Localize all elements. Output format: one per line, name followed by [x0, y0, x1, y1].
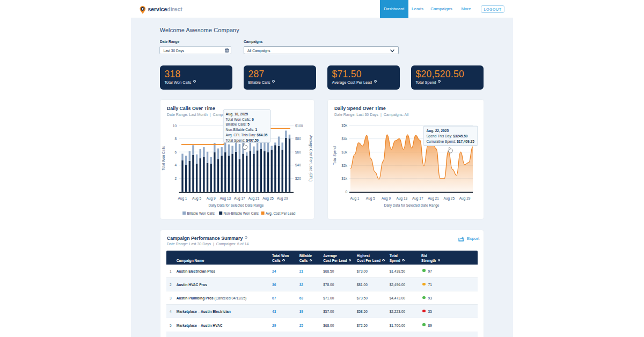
svg-text:Aug 29: Aug 29 — [459, 196, 471, 201]
svg-text:$3k: $3k — [342, 150, 348, 154]
svg-text:Daily Data for Selected Date R: Daily Data for Selected Date Range — [384, 203, 440, 208]
svg-text:Non-Billable Calls: 1: Non-Billable Calls: 1 — [226, 128, 258, 131]
svg-text:Aug 1: Aug 1 — [178, 196, 187, 201]
svg-text:8: 8 — [174, 137, 177, 141]
svg-text:Aug 25: Aug 25 — [443, 196, 455, 201]
svg-text:servicedirect: servicedirect — [148, 6, 183, 12]
svg-text:$5k: $5k — [342, 123, 348, 127]
svg-text:Aug 29: Aug 29 — [277, 196, 288, 201]
svg-text:Daily Data for Selected Date R: Daily Data for Selected Date Range — [209, 203, 264, 208]
svg-text:$80: $80 — [295, 137, 301, 141]
svg-text:Aug 9: Aug 9 — [207, 196, 216, 201]
svg-text:Avg. CPL This Day: $64.35: Avg. CPL This Day: $64.35 — [226, 133, 268, 137]
svg-text:Billable Won Calls: Billable Won Calls — [187, 211, 215, 215]
svg-text:Aug 17: Aug 17 — [412, 196, 423, 201]
svg-text:Aug 5: Aug 5 — [192, 196, 201, 201]
svg-text:Non-Billable Won Calls: Non-Billable Won Calls — [224, 211, 259, 215]
svg-text:Cumulative Spend: $17,409.25: Cumulative Spend: $17,409.25 — [427, 140, 475, 144]
svg-text:4: 4 — [174, 163, 177, 167]
svg-text:0: 0 — [345, 190, 347, 194]
svg-text:Daily Calls Over Time: Daily Calls Over Time — [167, 106, 215, 111]
svg-text:Aug 9: Aug 9 — [382, 196, 391, 201]
svg-text:Spend This Day: $3245.50: Spend This Day: $3245.50 — [427, 134, 468, 138]
svg-text:Date Range: Last 30 Days | C: Date Range: Last 30 Days | Campaigns: Al… — [334, 113, 409, 117]
svg-text:Average Cost Per Lead (CPL): Average Cost Per Lead (CPL) — [309, 135, 313, 181]
svg-text:$60: $60 — [295, 150, 301, 154]
svg-text:10: 10 — [173, 124, 177, 128]
svg-text:Avg. Cost Per Lead: Avg. Cost Per Lead — [266, 211, 296, 216]
svg-text:Aug 13: Aug 13 — [219, 196, 231, 201]
svg-text:Aug 21: Aug 21 — [248, 196, 260, 201]
svg-text:$4k: $4k — [342, 137, 348, 141]
svg-text:$2k: $2k — [342, 164, 348, 167]
svg-text:Aug. 18, 2025: Aug. 18, 2025 — [226, 112, 248, 116]
svg-text:Total Won Calls: 6: Total Won Calls: 6 — [226, 118, 254, 121]
svg-text:Total Spend: $497.50: Total Spend: $497.50 — [226, 138, 259, 143]
svg-text:Daily Spend Over Time: Daily Spend Over Time — [334, 106, 386, 111]
svg-text:6: 6 — [174, 150, 177, 154]
svg-text:2: 2 — [174, 177, 177, 180]
svg-text:Aug 5: Aug 5 — [366, 196, 375, 201]
svg-text:$40: $40 — [295, 163, 301, 167]
svg-text:Aug 1: Aug 1 — [350, 196, 360, 201]
svg-text:Aug 21: Aug 21 — [428, 196, 439, 201]
svg-text:$20: $20 — [295, 177, 301, 180]
svg-text:Aug 13: Aug 13 — [397, 196, 408, 201]
svg-text:Total Spend: Total Spend — [333, 146, 337, 165]
svg-text:Total Won Calls: Total Won Calls — [162, 146, 165, 171]
svg-text:$1k: $1k — [342, 177, 348, 180]
svg-text:$100: $100 — [295, 124, 303, 128]
svg-text:Aug. 22, 2025: Aug. 22, 2025 — [427, 129, 449, 133]
svg-text:Aug 17: Aug 17 — [234, 196, 245, 201]
svg-text:Billable Calls: 5: Billable Calls: 5 — [226, 122, 250, 126]
svg-text:Aug 25: Aug 25 — [262, 196, 274, 201]
